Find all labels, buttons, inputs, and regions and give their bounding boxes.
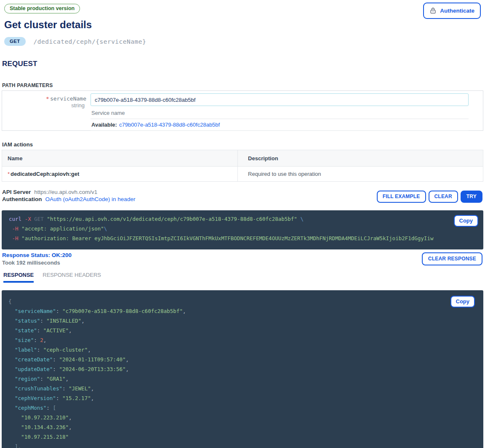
code-line: "cephMons": [ xyxy=(8,403,483,413)
code-token: "serviceName" xyxy=(8,308,56,314)
code-token: "2024-01-11T09:57:40" xyxy=(59,356,125,363)
copy-response-button[interactable]: Copy xyxy=(450,296,475,308)
code-token: : xyxy=(53,366,59,372)
code-line: "label": "ceph-cluster", xyxy=(8,345,483,355)
code-token: "region" xyxy=(8,376,40,382)
code-token: : xyxy=(46,405,53,411)
code-token: curl xyxy=(9,216,25,222)
curl-code-block: Copy curl -X GET "https://eu.api.ovh.com… xyxy=(2,210,483,249)
iam-actions-table: Name Description *dedicatedCeph:apiovh:g… xyxy=(2,150,483,182)
api-server-label: API Server xyxy=(2,189,31,195)
code-line: "serviceName": "c79b007e-a518-4379-88d8-… xyxy=(8,306,483,316)
code-token: "cephVersion" xyxy=(8,395,56,401)
code-line: "10.97.215.218" xyxy=(8,432,483,442)
code-line: -H "accept: application/json"\ xyxy=(9,224,483,233)
code-token: GET xyxy=(34,216,47,222)
code-token: , xyxy=(43,337,47,343)
code-line: "size": 2, xyxy=(8,335,483,345)
api-server-value: https://eu.api.ovh.com/v1 xyxy=(34,189,97,195)
code-token: , xyxy=(125,366,129,372)
code-token: -X xyxy=(25,216,35,222)
code-token: : xyxy=(62,385,69,392)
code-token: "15.2.17" xyxy=(62,395,91,401)
code-line: "crushTunables": "JEWEL", xyxy=(8,384,483,393)
request-section-title: REQUEST xyxy=(2,60,485,68)
code-line: "10.134.43.236", xyxy=(8,422,483,432)
code-token: "label" xyxy=(8,347,37,353)
code-token: "2024-06-20T13:33:56" xyxy=(59,366,125,372)
param-label: *serviceName string xyxy=(2,95,86,109)
iam-action-name-cell: *dedicatedCeph:apiovh:get xyxy=(2,167,238,182)
code-token: { xyxy=(8,298,12,305)
tab-response[interactable]: RESPONSE xyxy=(3,272,34,283)
lock-icon xyxy=(429,7,437,14)
code-token: [ xyxy=(53,405,56,411)
authenticate-button[interactable]: Authenticate xyxy=(423,3,481,19)
try-button[interactable]: TRY xyxy=(461,191,482,203)
clear-button[interactable]: CLEAR xyxy=(429,191,458,203)
code-token: , xyxy=(183,308,186,314)
response-tabs: RESPONSE RESPONSE HEADERS xyxy=(3,272,485,283)
code-token: , xyxy=(69,424,72,430)
code-token: 2 xyxy=(40,337,43,343)
response-took: Took 192 milliseconds xyxy=(2,260,485,266)
code-token: "crushTunables" xyxy=(8,385,62,392)
header: Stable production version Authenticate G… xyxy=(0,0,485,46)
iam-actions-title: IAM actions xyxy=(2,141,485,148)
version-badge: Stable production version xyxy=(4,4,80,13)
code-token: : xyxy=(40,318,46,324)
code-token: , xyxy=(81,318,85,324)
code-token: "10.134.43.236" xyxy=(8,424,69,430)
code-token: "accept: application/json" xyxy=(21,225,104,232)
code-token: "JEWEL" xyxy=(69,385,91,392)
code-line: "region": "GRA1", xyxy=(8,374,483,384)
required-marker: * xyxy=(8,171,10,177)
code-line: "cephVersion": "15.2.17", xyxy=(8,393,483,403)
code-token: \ xyxy=(104,225,107,232)
code-token: "https://eu.api.ovh.com/v1/dedicated/cep… xyxy=(47,216,297,222)
code-token: "status" xyxy=(8,318,40,324)
code-token: : xyxy=(56,308,62,314)
code-token: "cephMons" xyxy=(8,405,46,411)
endpoint-path: /dedicated/ceph/{serviceName} xyxy=(34,38,147,45)
path-parameters-box: *serviceName string Service name Availab… xyxy=(2,90,483,131)
clear-response-button[interactable]: CLEAR RESPONSE xyxy=(422,252,482,265)
server-area: API Serverhttps://eu.api.ovh.com/v1 Auth… xyxy=(0,188,485,203)
code-token: , xyxy=(88,347,91,353)
response-code-block: Copy { "serviceName": "c79b007e-a518-437… xyxy=(2,290,483,448)
oauth-link[interactable]: OAuth (oAuth2AuthCode) in header xyxy=(45,196,136,202)
code-token: , xyxy=(65,376,69,382)
code-token: "ACTIVE" xyxy=(43,327,69,334)
code-token: -H xyxy=(12,235,22,241)
response-status-area: Response Status: OK:200 Took 192 millise… xyxy=(0,252,485,266)
code-token: : xyxy=(37,327,43,334)
response-code: { "serviceName": "c79b007e-a518-4379-88d… xyxy=(8,297,483,448)
available-value-link[interactable]: c79b007e-a518-4379-88d8-c60fc28ab5bf xyxy=(119,122,220,128)
param-right-column: Service name Available:c79b007e-a518-437… xyxy=(91,93,469,131)
code-token: "authorization: Bearer eyJhbGciOiJFZERTQ… xyxy=(21,235,433,241)
code-token: : xyxy=(37,347,43,353)
curl-code: curl -X GET "https://eu.api.ovh.com/v1/d… xyxy=(9,214,483,243)
code-token: "GRA1" xyxy=(46,376,65,382)
required-marker: * xyxy=(46,95,49,102)
code-token: , xyxy=(91,385,94,392)
code-token: , xyxy=(91,395,94,401)
code-token: ] xyxy=(8,443,18,448)
code-token: , xyxy=(125,356,129,363)
fill-example-button[interactable]: FILL EXAMPLE xyxy=(377,191,426,203)
code-line: curl -X GET "https://eu.api.ovh.com/v1/d… xyxy=(9,214,483,224)
param-name: *serviceName xyxy=(2,95,86,102)
iam-column-description: Description xyxy=(238,150,483,167)
authenticate-label: Authenticate xyxy=(440,8,474,14)
code-token: "ceph-cluster" xyxy=(43,347,88,353)
code-token: \ xyxy=(297,216,304,222)
iam-action-description-cell: Required to use this operation xyxy=(238,167,483,182)
copy-curl-button[interactable]: Copy xyxy=(454,215,479,227)
code-token: : xyxy=(56,395,62,401)
code-token: "INSTALLED" xyxy=(46,318,81,324)
code-token: : xyxy=(34,337,40,343)
tab-response-headers[interactable]: RESPONSE HEADERS xyxy=(43,272,101,283)
code-token: , xyxy=(69,327,72,334)
available-label: Available: xyxy=(91,122,117,128)
service-name-input[interactable] xyxy=(91,93,469,106)
